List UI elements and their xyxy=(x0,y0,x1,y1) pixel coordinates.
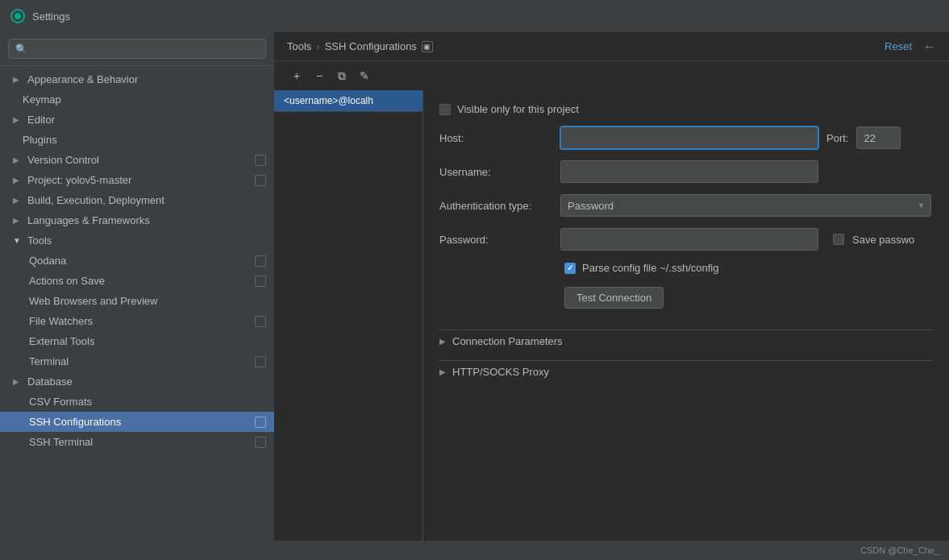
sidebar-item-external-tools[interactable]: External Tools xyxy=(0,331,274,351)
sidebar-item-keymap[interactable]: Keymap xyxy=(0,89,274,110)
chevron-right-icon: ▶ xyxy=(439,337,446,346)
remove-button[interactable]: − xyxy=(310,66,329,85)
sidebar-item-ssh-terminal[interactable]: SSH Terminal xyxy=(0,432,274,452)
sidebar-item-appearance[interactable]: ▶ Appearance & Behavior xyxy=(0,69,274,89)
reset-button[interactable]: Reset xyxy=(880,39,917,54)
sidebar-item-web-browsers[interactable]: Web Browsers and Preview xyxy=(0,291,274,311)
auth-type-label: Authentication type: xyxy=(439,200,552,212)
connection-params-section[interactable]: ▶ Connection Parameters xyxy=(439,330,933,352)
list-toolbar: + − ⧉ ✎ xyxy=(274,61,949,90)
parse-config-row: Parse config file ~/.ssh/config xyxy=(439,262,933,274)
chevron-right-icon: ▶ xyxy=(439,367,446,376)
chevron-right-icon: ▶ xyxy=(13,196,23,205)
sidebar: 🔍 ▶ Appearance & Behavior Keymap ▶ Edito… xyxy=(0,32,274,541)
chevron-down-icon: ▼ xyxy=(13,236,23,245)
test-connection-button[interactable]: Test Connection xyxy=(564,287,664,309)
parse-config-checkbox[interactable] xyxy=(564,263,576,274)
port-input[interactable] xyxy=(856,127,901,149)
app-logo xyxy=(10,8,26,24)
chevron-right-icon: ▶ xyxy=(13,176,23,185)
sidebar-item-label: CSV Formats xyxy=(29,396,92,408)
search-input-wrap[interactable]: 🔍 xyxy=(8,39,266,59)
chevron-right-icon: ▶ xyxy=(13,377,23,386)
search-bar: 🔍 xyxy=(0,32,274,66)
badge-icon xyxy=(255,255,266,267)
chevron-right-icon: ▶ xyxy=(13,115,23,124)
sidebar-item-terminal[interactable]: Terminal xyxy=(0,351,274,371)
username-label: Username: xyxy=(439,166,552,178)
copy-button[interactable]: ⧉ xyxy=(332,66,352,85)
username-row: Username: xyxy=(439,160,933,183)
breadcrumb-part2: SSH Configurations xyxy=(325,40,417,52)
svg-point-1 xyxy=(15,13,21,19)
breadcrumb-part1: Tools xyxy=(287,40,311,52)
http-socks-label: HTTP/SOCKS Proxy xyxy=(452,366,549,378)
sidebar-item-label: Database xyxy=(27,375,73,388)
window-title: Settings xyxy=(32,10,70,23)
sidebar-item-file-watchers[interactable]: File Watchers xyxy=(0,311,274,331)
sidebar-item-label: Qodana xyxy=(29,255,66,267)
sidebar-item-editor[interactable]: ▶ Editor xyxy=(0,110,274,130)
breadcrumb: Tools › SSH Configurations ▣ xyxy=(287,40,873,52)
sidebar-item-plugins[interactable]: Plugins xyxy=(0,130,274,150)
content-header: Tools › SSH Configurations ▣ Reset ← xyxy=(274,32,949,61)
auth-type-row: Authentication type: Password Key pair (… xyxy=(439,194,933,217)
status-bar: CSDN @Che_Che_ xyxy=(0,541,949,560)
sidebar-item-version-control[interactable]: ▶ Version Control xyxy=(0,150,274,170)
username-input[interactable] xyxy=(560,160,818,183)
edit-button[interactable]: ✎ xyxy=(355,66,374,85)
password-input[interactable] xyxy=(560,228,818,251)
chevron-right-icon: ▶ xyxy=(13,216,23,225)
host-input[interactable] xyxy=(560,127,818,149)
port-label: Port: xyxy=(826,132,848,144)
auth-type-select[interactable]: Password Key pair (OpenSSH or PuTTY) Ope… xyxy=(560,194,931,217)
save-password-checkbox[interactable] xyxy=(833,234,844,245)
sidebar-item-label: SSH Terminal xyxy=(29,436,93,448)
sidebar-item-label: Version Control xyxy=(27,154,99,166)
search-input[interactable] xyxy=(32,43,259,55)
password-label: Password: xyxy=(439,234,552,246)
sidebar-item-label: SSH Configurations xyxy=(29,416,121,428)
back-button[interactable]: ← xyxy=(923,39,936,54)
breadcrumb-separator: › xyxy=(316,40,319,52)
visible-only-checkbox[interactable] xyxy=(439,104,451,115)
sidebar-item-label: Editor xyxy=(27,114,55,126)
sidebar-item-project[interactable]: ▶ Project: yolov5-master xyxy=(0,170,274,190)
http-socks-section[interactable]: ▶ HTTP/SOCKS Proxy xyxy=(439,360,933,383)
list-item[interactable]: <username>@localh xyxy=(274,90,422,112)
title-bar: Settings xyxy=(0,0,949,32)
sidebar-item-label: File Watchers xyxy=(29,315,93,327)
password-row: Password: Save passwo xyxy=(439,228,933,251)
badge-icon xyxy=(255,417,266,428)
visible-only-label: Visible only for this project xyxy=(457,103,579,115)
sidebar-item-label: Languages & Frameworks xyxy=(27,214,150,226)
sidebar-item-label: Terminal xyxy=(29,355,69,367)
watermark-text: CSDN @Che_Che_ xyxy=(860,545,939,555)
sidebar-item-csv-formats[interactable]: CSV Formats xyxy=(0,392,274,412)
sidebar-item-actions-on-save[interactable]: Actions on Save xyxy=(0,271,274,291)
sidebar-item-label: Appearance & Behavior xyxy=(27,73,138,85)
host-row: Host: Port: xyxy=(439,127,933,149)
search-icon: 🔍 xyxy=(15,44,27,55)
breadcrumb-tab-icon: ▣ xyxy=(422,41,433,52)
sidebar-item-label: Web Browsers and Preview xyxy=(29,295,157,307)
sidebar-item-languages[interactable]: ▶ Languages & Frameworks xyxy=(0,210,274,230)
sidebar-item-tools[interactable]: ▼ Tools xyxy=(0,230,274,251)
badge-icon xyxy=(255,437,266,448)
sidebar-item-qodana[interactable]: Qodana xyxy=(0,251,274,271)
visible-only-row: Visible only for this project xyxy=(439,103,933,115)
sidebar-item-build[interactable]: ▶ Build, Execution, Deployment xyxy=(0,190,274,210)
list-item-label: <username>@localh xyxy=(284,95,373,106)
add-button[interactable]: + xyxy=(287,66,306,85)
badge-icon xyxy=(255,276,266,287)
list-panel: <username>@localh xyxy=(274,90,423,541)
parse-config-label: Parse config file ~/.ssh/config xyxy=(582,262,718,274)
sidebar-item-label: Keymap xyxy=(23,93,61,106)
chevron-right-icon: ▶ xyxy=(13,156,23,164)
sidebar-item-database[interactable]: ▶ Database xyxy=(0,371,274,392)
sidebar-item-ssh-configurations[interactable]: SSH Configurations xyxy=(0,412,274,432)
save-password-label: Save passwo xyxy=(852,234,914,246)
content-area: Tools › SSH Configurations ▣ Reset ← + −… xyxy=(274,32,949,541)
badge-icon xyxy=(255,175,266,186)
chevron-right-icon: ▶ xyxy=(13,75,23,84)
